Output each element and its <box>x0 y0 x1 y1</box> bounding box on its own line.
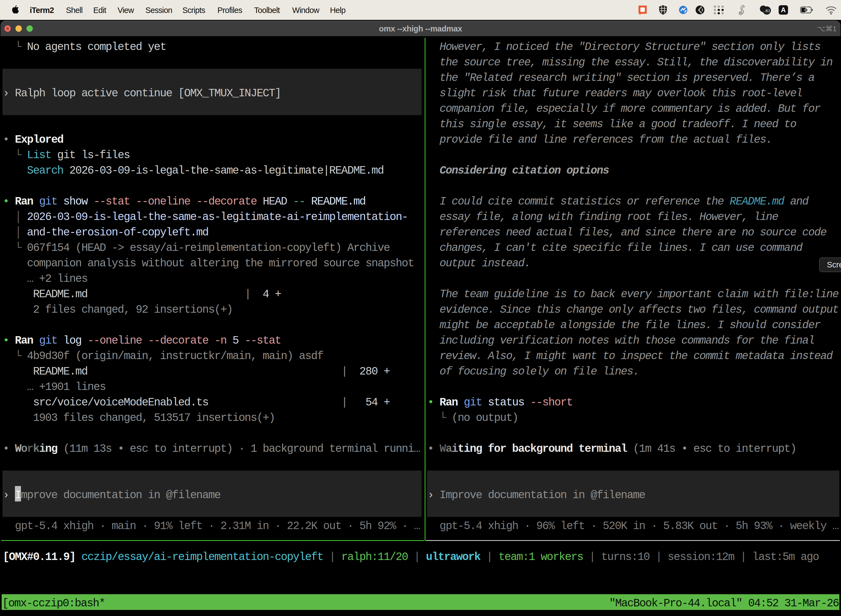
svg-text:..61: ..61 <box>763 8 770 13</box>
